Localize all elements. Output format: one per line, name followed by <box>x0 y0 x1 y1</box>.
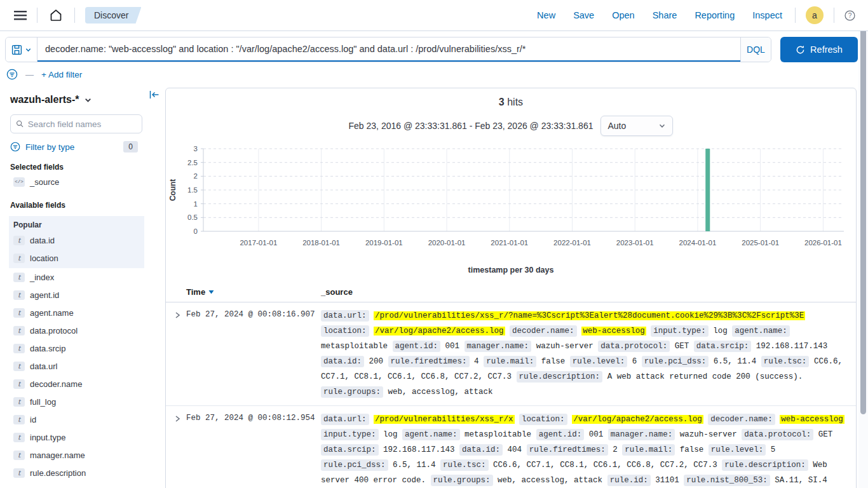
histogram-bar[interactable] <box>705 149 710 231</box>
svg-text:2018-01-01: 2018-01-01 <box>302 239 340 247</box>
nav-link-inspect[interactable]: Inspect <box>752 10 782 20</box>
nav-link-new[interactable]: New <box>537 10 555 20</box>
field-item-data.protocol[interactable]: tdata.protocol <box>0 322 144 339</box>
histogram-chart: 00.511.522.532017-01-012018-01-012019-01… <box>166 141 856 263</box>
field-item-manager.name[interactable]: tmanager.name <box>0 446 144 464</box>
top-header: Discover NewSaveOpenShareReportingInspec… <box>0 0 868 31</box>
interval-select[interactable]: Auto <box>600 116 673 136</box>
field-search-box <box>10 114 142 133</box>
expand-row-button[interactable] <box>168 308 186 400</box>
field-search-input[interactable] <box>28 119 137 129</box>
saved-query-button[interactable] <box>6 37 37 62</box>
field-key-badge: input.type: <box>651 325 709 337</box>
field-item-data.url[interactable]: tdata.url <box>0 357 144 375</box>
divider <box>37 8 37 23</box>
filter-by-type[interactable]: Filter by type 0 <box>10 141 138 152</box>
help-button[interactable]: ? <box>838 6 862 25</box>
highlighted-value: web-accesslog <box>780 415 844 424</box>
dql-language-button[interactable]: DQL <box>740 37 771 62</box>
chevron-down-icon <box>658 122 666 130</box>
field-key-badge: data.srcip: <box>694 341 752 352</box>
filter-icon[interactable] <box>6 69 18 80</box>
add-filter-button[interactable]: + Add filter <box>41 70 82 79</box>
field-name: data.url <box>30 362 57 371</box>
home-button[interactable] <box>41 4 71 27</box>
field-item-full_log[interactable]: tfull_log <box>0 393 144 410</box>
filter-placeholder-dash: — <box>25 70 34 79</box>
field-item-_index[interactable]: t_index <box>0 268 144 286</box>
collapse-sidebar-button[interactable] <box>149 90 159 101</box>
field-item-data.srcip[interactable]: tdata.srcip <box>0 339 144 357</box>
chart-y-axis-title: Count <box>168 179 177 201</box>
field-value: 31101 <box>655 476 679 485</box>
available-fields-heading: Available fields <box>10 201 144 210</box>
expand-row-button[interactable] <box>168 412 186 488</box>
svg-text:0.5: 0.5 <box>187 214 198 221</box>
index-pattern-selector[interactable]: wazuh-alerts-* <box>0 92 144 105</box>
breadcrumb-discover[interactable]: Discover <box>85 7 141 24</box>
highlighted-value: web-accesslog <box>581 327 646 336</box>
field-type-icon: t <box>13 273 25 282</box>
field-key-badge: agent.id: <box>393 341 441 352</box>
field-item-location[interactable]: tlocation <box>9 249 144 267</box>
field-key-badge: input.type: <box>321 429 379 440</box>
field-type-icon: </> <box>13 177 25 187</box>
nav-link-reporting[interactable]: Reporting <box>695 10 735 20</box>
field-key-badge: rule.description: <box>517 371 603 383</box>
field-key-badge: data.url: <box>321 310 369 322</box>
field-item-input.type[interactable]: tinput.type <box>0 428 144 446</box>
field-value: A web attack returned code 200 (success)… <box>607 372 803 381</box>
svg-text:2.5: 2.5 <box>187 159 198 166</box>
field-item-decoder.name[interactable]: tdecoder.name <box>0 375 144 393</box>
field-item-agent.name[interactable]: tagent.name <box>0 304 144 322</box>
query-input[interactable]: decoder.name: "web-accesslog" and locati… <box>37 37 740 62</box>
field-value: 5 <box>771 445 776 454</box>
home-icon <box>48 8 64 23</box>
svg-text:2023-01-01: 2023-01-01 <box>616 239 654 247</box>
nav-link-share[interactable]: Share <box>653 10 677 20</box>
field-value: GET <box>818 430 833 439</box>
refresh-button[interactable]: Refresh <box>780 37 858 62</box>
field-value: 6.5, 11.4 <box>714 357 757 366</box>
avatar[interactable]: a <box>806 6 824 24</box>
divider <box>834 8 834 23</box>
field-item-_source[interactable]: </>_source <box>0 173 144 191</box>
field-key-badge: data.id: <box>321 356 364 367</box>
filter-bar: — + Add filter <box>0 67 868 85</box>
field-key-badge: manager.name: <box>465 341 532 352</box>
field-value: 001 <box>589 430 604 439</box>
field-key-badge: decoder.name: <box>510 325 577 337</box>
field-item-id[interactable]: tid <box>0 410 144 428</box>
field-item-agent.id[interactable]: tagent.id <box>0 286 144 304</box>
header-nav-links: NewSaveOpenShareReportingInspect <box>537 10 782 20</box>
field-item-data.id[interactable]: tdata.id <box>9 231 144 249</box>
field-key-badge: location: <box>321 325 369 337</box>
field-type-icon: t <box>13 236 25 245</box>
results-panel: 3 hits Feb 23, 2016 @ 23:33:31.861 - Feb… <box>165 88 857 488</box>
fields-sidebar: wazuh-alerts-* Filter by type 0 Selected… <box>0 85 144 485</box>
column-time-sort[interactable]: Time <box>186 287 321 297</box>
svg-text:?: ? <box>848 12 852 19</box>
refresh-icon <box>796 45 805 55</box>
field-value: 2 <box>613 445 618 454</box>
field-name: agent.id <box>30 290 59 300</box>
field-type-icon: t <box>13 326 25 336</box>
field-name: decoder.name <box>30 379 82 389</box>
table-row: Feb 27, 2024 @ 00:08:12.954data.url: /pr… <box>166 406 856 488</box>
field-item-rule.firedtimes[interactable]: #rule.firedtimes <box>0 482 144 485</box>
field-name: rule.description <box>30 468 86 478</box>
field-key-badge: rule.firedtimes: <box>388 356 470 367</box>
field-item-rule.description[interactable]: trule.description <box>0 464 144 482</box>
field-name: location <box>30 254 58 263</box>
field-value: 001 <box>445 342 460 351</box>
field-key-badge: data.srcip: <box>321 444 379 456</box>
nav-link-open[interactable]: Open <box>612 10 634 20</box>
time-range-label: Feb 23, 2016 @ 23:33:31.861 - Feb 23, 20… <box>349 121 593 131</box>
nav-link-save[interactable]: Save <box>573 10 594 20</box>
menu-icon[interactable] <box>8 6 33 24</box>
field-value: metasploitable <box>465 430 531 439</box>
field-type-icon: t <box>13 254 25 263</box>
svg-text:1.5: 1.5 <box>187 186 198 194</box>
page-scrollbar <box>858 0 868 488</box>
scrollbar-thumb[interactable] <box>860 8 866 414</box>
